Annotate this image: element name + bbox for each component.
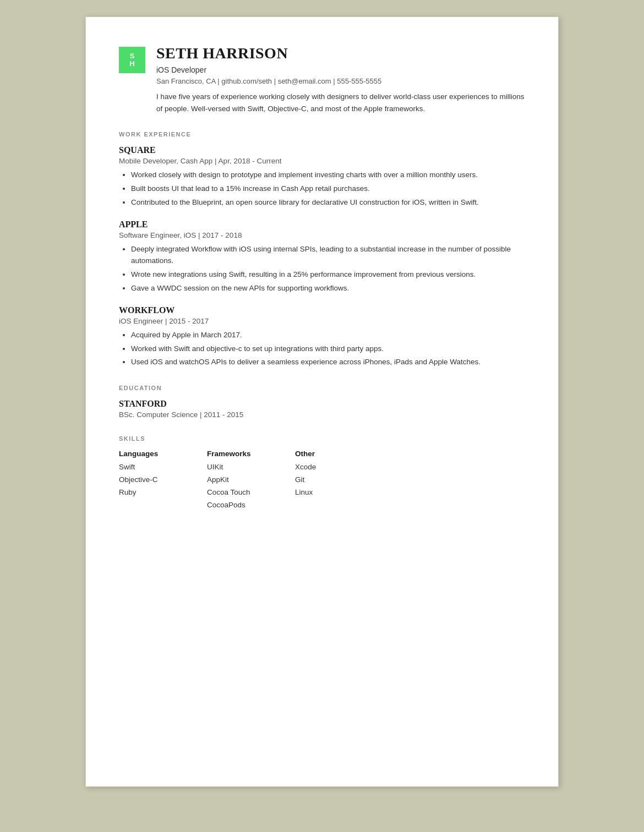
skill-xcode: Xcode <box>295 461 350 474</box>
skill-swift: Swift <box>119 461 174 474</box>
skills-column-languages: Languages Swift Objective-C Ruby <box>119 450 174 512</box>
bullets-square: Worked closely with design to prototype … <box>119 169 525 209</box>
skills-label: SKILLS <box>119 435 525 442</box>
list-item: Worked with Swift and objective-c to set… <box>131 343 525 355</box>
skills-frameworks-header: Frameworks <box>207 450 262 458</box>
school-stanford: STANFORD <box>119 399 525 409</box>
skill-git: Git <box>295 474 350 486</box>
bullets-workflow: Acquired by Apple in March 2017. Worked … <box>119 330 525 369</box>
skill-cocoa-touch: Cocoa Touch <box>207 486 262 499</box>
job-title: iOS Developer <box>156 65 525 74</box>
avatar-initials: SH <box>129 52 134 68</box>
role-square: Mobile Developer, Cash App | Apr, 2018 -… <box>119 157 525 165</box>
list-item: Wrote new integrations using Swift, resu… <box>131 269 525 281</box>
work-entry-apple: APPLE Software Engineer, iOS | 2017 - 20… <box>119 220 525 294</box>
company-square: SQUARE <box>119 145 525 155</box>
header-info: SETH HARRISON iOS Developer San Francisc… <box>156 45 525 114</box>
avatar: SH <box>119 47 145 73</box>
role-workflow: iOS Engineer | 2015 - 2017 <box>119 317 525 325</box>
list-item: Built boosts UI that lead to a 15% incre… <box>131 183 525 195</box>
skills-column-frameworks: Frameworks UIKit AppKit Cocoa Touch Coco… <box>207 450 262 512</box>
list-item: Acquired by Apple in March 2017. <box>131 330 525 341</box>
skill-appkit: AppKit <box>207 474 262 486</box>
company-apple: APPLE <box>119 220 525 229</box>
list-item: Gave a WWDC session on the new APIs for … <box>131 283 525 294</box>
skill-uikit: UIKit <box>207 461 262 474</box>
work-entry-workflow: WORKFLOW iOS Engineer | 2015 - 2017 Acqu… <box>119 305 525 369</box>
work-experience-label: WORK EXPERIENCE <box>119 131 525 138</box>
skills-column-other: Other Xcode Git Linux <box>295 450 350 512</box>
skills-other-header: Other <box>295 450 350 458</box>
education-entry-stanford: STANFORD BSc. Computer Science | 2011 - … <box>119 399 525 419</box>
skill-ruby: Ruby <box>119 486 174 499</box>
list-item: Contributed to the Blueprint, an open so… <box>131 197 525 209</box>
list-item: Deeply integrated Workflow with iOS usin… <box>131 244 525 267</box>
contact-line: San Francisco, CA | github.com/seth | se… <box>156 77 525 85</box>
role-apple: Software Engineer, iOS | 2017 - 2018 <box>119 231 525 239</box>
bullets-apple: Deeply integrated Workflow with iOS usin… <box>119 244 525 294</box>
skills-languages-header: Languages <box>119 450 174 458</box>
skill-objective-c: Objective-C <box>119 474 174 486</box>
candidate-name: SETH HARRISON <box>156 45 525 62</box>
degree-stanford: BSc. Computer Science | 2011 - 2015 <box>119 410 525 419</box>
resume-page: SH SETH HARRISON iOS Developer San Franc… <box>85 17 559 787</box>
skill-cocoapods: CocoaPods <box>207 499 262 512</box>
list-item: Worked closely with design to prototype … <box>131 169 525 181</box>
company-workflow: WORKFLOW <box>119 305 525 315</box>
education-label: EDUCATION <box>119 385 525 391</box>
work-entry-square: SQUARE Mobile Developer, Cash App | Apr,… <box>119 145 525 209</box>
summary-text: I have five years of experience working … <box>156 91 525 114</box>
header-section: SH SETH HARRISON iOS Developer San Franc… <box>119 45 525 114</box>
skill-linux: Linux <box>295 486 350 499</box>
list-item: Used iOS and watchOS APIs to deliver a s… <box>131 357 525 368</box>
skills-grid: Languages Swift Objective-C Ruby Framewo… <box>119 450 525 512</box>
